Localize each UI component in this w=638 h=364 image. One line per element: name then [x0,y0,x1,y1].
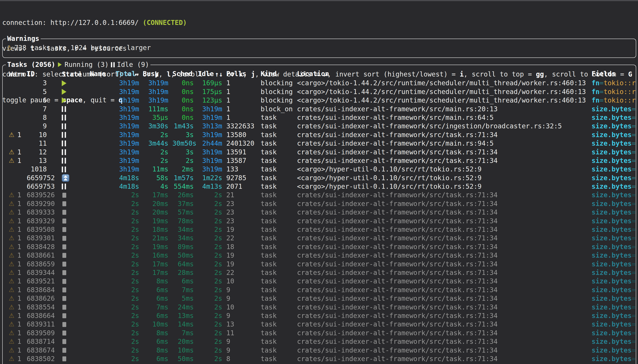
cell-idle: 2s [198,337,226,346]
task-row[interactable]: 93h19m3m30s1m43s3h13m3322633taskcrates/s… [3,122,636,130]
cell-kind: task [261,320,297,328]
duration-value: 0ns [182,114,194,122]
task-row[interactable]: ⚠168395082s18ms34ms2s19taskcrates/sui-in… [3,225,636,234]
task-row[interactable]: ⚠168384282s19ms89ms2s18taskcrates/sui-in… [3,242,636,251]
task-row[interactable]: ⚠168395262s17ms26ms2s21taskcrates/sui-in… [3,191,636,199]
connection-label: connection: [2,19,50,26]
column-header-polls[interactable]: Polls [226,70,261,79]
task-row[interactable]: ⚠168393012s21ms34ms2s22taskcrates/sui-in… [3,234,636,242]
task-row[interactable]: ⚠168386742s8ms10ms2s9taskcrates/sui-inde… [3,346,636,354]
duration-value: 20ms [178,338,194,345]
cell-idle: 3h19m [198,165,226,174]
cell-location: <cargo>/hyper-util-0.1.10/src/rt/tokio.r… [297,174,592,182]
task-row[interactable]: ⚠168385542s7ms24ms2s10taskcrates/sui-ind… [3,303,636,312]
cell-location: crates/sui-indexer-alt-framework/src/tas… [297,337,592,346]
task-row[interactable]: 83h19m35µs0ns3h19m1taskcrates/sui-indexe… [3,113,636,122]
task-row[interactable]: ⚠168393292s19ms78ms2s23taskcrates/sui-in… [3,217,636,225]
cell-task-id: 6839509 [27,329,62,337]
cell-polls: 9 [226,346,261,354]
field-equals: = [632,165,636,173]
task-row[interactable]: ⚠1 123h19m2s3s3h19m13591taskcrates/sui-i… [3,148,636,156]
cell-state [62,106,90,112]
field-key: size.bytes [592,208,632,216]
duration-value: 4m18s [119,174,139,182]
connection-url[interactable]: http://127.0.0.1:6669/ [50,19,138,26]
task-row[interactable]: ⚠168386592s17ms64ms2s19taskcrates/sui-in… [3,260,636,268]
task-row[interactable]: 63h19m3h19m0ns123µs1blocking<cargo>/toki… [3,96,636,104]
task-row[interactable]: ⚠168386612s16ms50ms2s19taskcrates/sui-in… [3,251,636,260]
column-header-kind[interactable]: Kind [261,70,297,79]
pause-icon [62,184,66,190]
field-key: size.bytes [592,131,632,139]
field-key: size.bytes [592,251,632,259]
duration-value: 17ms [152,260,168,268]
task-row[interactable]: ⚠168393112s10ms14ms2s13taskcrates/sui-in… [3,320,636,328]
cell-idle: 1m22s [198,174,226,182]
column-header-id[interactable]: ID [27,70,62,79]
column-header-fields[interactable]: Fields [592,70,636,79]
cell-fields: size.bytes= [592,165,636,174]
task-row[interactable]: ⚠168386842s6ms7ms2s9taskcrates/sui-index… [3,286,636,294]
field-key: size.bytes [592,346,632,354]
task-row[interactable]: 33h19m3h19m0ns169µs1blocking<cargo>/toki… [3,79,636,87]
duration-value: 3h19m [148,88,168,96]
task-row[interactable]: 113h19m3m44s30m50s2h44m2401320taskcrates… [3,139,636,148]
task-row[interactable]: ⚠168395212s8ms6ms2s10taskcrates/sui-inde… [3,277,636,286]
cell-location: crates/sui-indexer-alt-framework/src/tas… [297,294,592,303]
column-header-busy[interactable]: Busy [143,70,172,79]
column-header-state[interactable]: State [62,70,90,79]
column-header-warn[interactable]: Warn [6,70,27,79]
cell-kind: task [261,217,297,225]
pause-icon [62,140,66,146]
task-row[interactable]: ⚠168393442s17ms28ms2s22taskcrates/sui-in… [3,268,636,277]
cell-total: 2s [116,234,143,242]
cell-polls: 11 [226,329,261,337]
duration-value: 14ms [178,320,194,328]
task-row[interactable]: ⚠168385022s6ms50ms2s8taskcrates/sui-inde… [3,354,636,363]
cell-kind: task [261,312,297,320]
task-row[interactable]: ⚠168395092s8ms7ms2s11taskcrates/sui-inde… [3,329,636,337]
column-header-location[interactable]: Location [297,70,592,79]
task-row[interactable]: 10183h19m11ms2ms3h19m133task<cargo>/hype… [3,165,636,174]
task-row[interactable]: ⚠1 103h19m2s3s3h19m13580taskcrates/sui-i… [3,130,636,139]
task-row[interactable]: ⚠1 133h19m2s2s3h19m13587taskcrates/sui-i… [3,156,636,165]
task-row[interactable]: ⚠168393332s20ms57ms2s23taskcrates/sui-in… [3,208,636,216]
cell-total: 2s [116,208,143,216]
field-value: tokio::r [604,79,636,87]
column-header-idle[interactable]: Idle [198,70,226,79]
field-equals: = [632,200,636,208]
cell-total: 3h19m [116,130,143,139]
duration-value: 2s [131,200,139,208]
column-header-name[interactable]: Name [90,70,116,79]
task-row[interactable]: 53h19m3h19m0ns175µs1blocking<cargo>/toki… [3,88,636,96]
cell-warn: ⚠1 [6,191,27,199]
cell-sched: 0ns [172,88,198,96]
field-key: size.bytes [592,200,632,208]
cell-busy: 19ms [143,242,172,251]
cell-location: crates/sui-indexer-alt-framework/src/tas… [297,303,592,312]
task-row[interactable]: ⚠168386262s6ms5ms2s9taskcrates/sui-index… [3,294,636,303]
task-row[interactable]: ⚠168386642s6ms13ms2s9taskcrates/sui-inde… [3,312,636,320]
task-row[interactable]: ⚠168392902s20ms37ms2s23taskcrates/sui-in… [3,200,636,208]
task-row[interactable]: 73h19m111ms0ns3h19m1block_oncrates/sui-i… [3,105,636,113]
cell-location: crates/sui-indexer-alt-framework/src/ing… [297,122,592,130]
column-header-total[interactable]: Total▿ [116,70,143,79]
cell-fields: size.bytes= [592,156,636,165]
task-row[interactable]: 66597534m18s4s554ms4m13s2071task<cargo>/… [3,182,636,191]
duration-value: 0ns [182,105,194,113]
cell-total: 3h19m [116,79,143,87]
cell-idle: 3h19m [198,148,226,156]
cell-state [62,80,90,86]
cell-state [62,348,90,353]
cell-task-id: 6838664 [27,312,62,320]
cell-state [62,210,90,215]
duration-value: 3h19m [119,79,139,87]
task-row[interactable]: ⚠168387142s6ms20ms2s9taskcrates/sui-inde… [3,337,636,346]
task-row[interactable]: 66597524m18s58s1m57s1m22s92785task<cargo… [3,174,636,182]
column-header-sched[interactable]: Sched [172,70,198,79]
cell-warn: ⚠1 [6,200,27,208]
warning-item: ⚠738 tasks are 1024 bytes or larger [6,44,636,52]
cell-polls: 10 [226,277,261,286]
field-equals: = [632,294,636,302]
duration-value: 6ms [156,312,168,320]
